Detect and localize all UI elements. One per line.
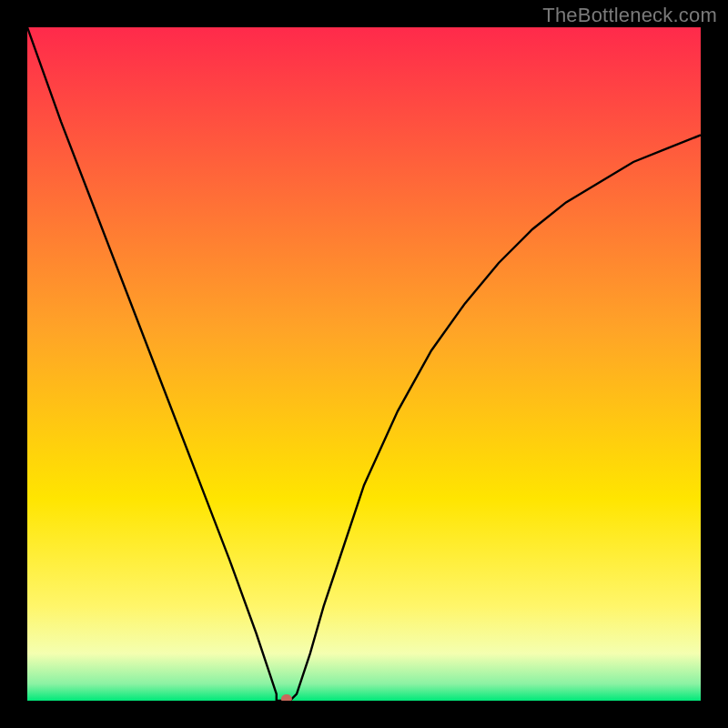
bottleneck-chart — [27, 27, 701, 701]
chart-frame: TheBottleneck.com — [0, 0, 728, 728]
watermark-text: TheBottleneck.com — [542, 4, 717, 27]
chart-svg — [27, 27, 701, 701]
chart-background — [27, 27, 701, 701]
